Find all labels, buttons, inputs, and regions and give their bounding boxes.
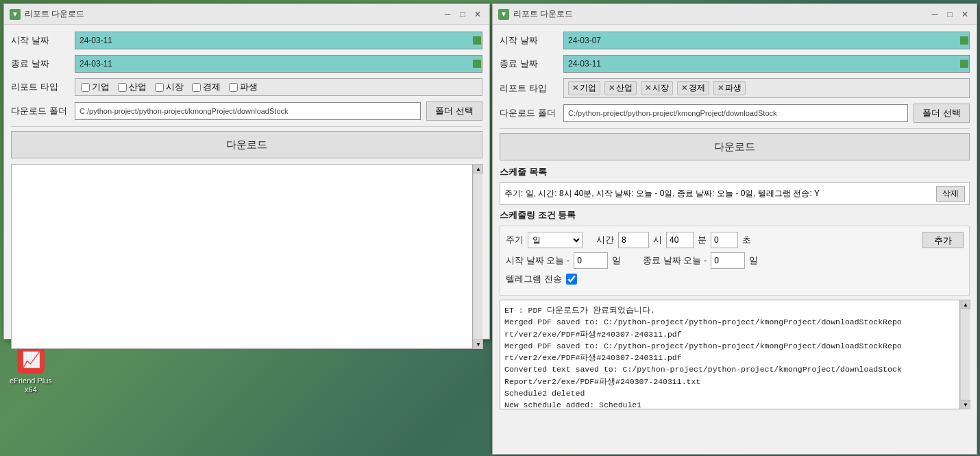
scrollbar-left[interactable]: ▲ ▼ (473, 164, 482, 349)
window-left-content: 시작 날짜 종료 날짜 리포트 타입 기업 산업 시장 경제 파생 (4, 25, 489, 356)
titlebar-right: ▼ 리포트 다운로드 ─ □ ✕ (493, 4, 977, 25)
maximize-btn-right[interactable]: □ (944, 8, 956, 21)
start-date-indicator-r (960, 36, 968, 45)
schedule-form-title: 스케줄링 조건 등록 (500, 209, 970, 221)
report-type-row-r: 리포트 타입 ✕ 기업 ✕ 산업 ✕ 시장 ✕ 경제 ✕ 파생 (500, 78, 970, 98)
scroll-down-right[interactable]: ▼ (961, 400, 970, 409)
folder-label-r: 다운로드 폴더 (500, 107, 558, 119)
sch-period-label: 주기 (506, 234, 524, 246)
end-date-wrapper (75, 55, 482, 73)
sch-row-1: 주기 일 시간 시 분 초 추가 (506, 232, 964, 248)
start-date-input[interactable] (75, 32, 482, 49)
app-icon-right: ▼ (498, 9, 509, 20)
cb-시장[interactable]: 시장 (155, 81, 184, 93)
report-type-label: 리포트 타입 (11, 81, 69, 93)
tag-x-기업[interactable]: ✕ (572, 84, 578, 93)
window-title-left: 리포트 다운로드 (25, 8, 84, 20)
close-btn-right[interactable]: ✕ (959, 8, 971, 21)
start-date-row: 시작 날짜 (11, 32, 482, 49)
tag-시장: ✕ 시장 (641, 81, 673, 95)
cb-기업-input[interactable] (81, 83, 90, 92)
sch-start-input[interactable] (574, 252, 608, 269)
end-date-indicator (473, 60, 481, 68)
sch-hour-unit: 시 (653, 234, 662, 246)
sch-row-2: 시작 날짜 오늘 - 일 종료 날짜 오늘 - 일 (506, 252, 964, 269)
download-btn-left[interactable]: 다운로드 (11, 131, 482, 158)
minimize-btn-right[interactable]: ─ (929, 8, 941, 21)
tag-x-경제[interactable]: ✕ (681, 84, 687, 93)
tag-산업: ✕ 산업 (604, 81, 637, 95)
folder-row-r: 다운로드 폴더 폴더 선택 (500, 104, 970, 123)
cb-파생-input[interactable] (229, 83, 238, 92)
scrollbar-right[interactable]: ▲ ▼ (960, 300, 970, 409)
end-date-indicator-r (960, 60, 968, 68)
output-area[interactable]: ET : PDF 다운로드가 완료되었습니다. Merged PDF saved… (500, 300, 960, 409)
start-date-row-r: 시작 날짜 (500, 32, 970, 49)
folder-select-btn-r[interactable]: 폴더 선택 (914, 104, 970, 123)
add-schedule-btn[interactable]: 추가 (922, 232, 964, 248)
folder-path-input-r[interactable] (563, 104, 908, 122)
cb-산업[interactable]: 산업 (118, 81, 147, 93)
sch-min-input[interactable] (666, 232, 694, 248)
close-btn-left[interactable]: ✕ (471, 8, 484, 21)
delete-schedule-btn[interactable]: 삭제 (936, 186, 965, 202)
tag-파생: ✕ 파생 (713, 81, 746, 95)
efriend-label: eFriend Plusx64 (10, 376, 52, 394)
minimize-btn-left[interactable]: ─ (441, 8, 454, 21)
sch-start-label: 시작 날짜 오늘 - (506, 254, 569, 267)
end-date-wrapper-r (563, 55, 970, 73)
output-line-2: Merged PDF saved to: C:/python-project/p… (504, 316, 955, 328)
tag-x-시장[interactable]: ✕ (645, 84, 651, 93)
sch-min-unit: 분 (698, 234, 707, 246)
sch-sec-unit: 초 (742, 234, 751, 246)
titlebar-left: ▼ 리포트 다운로드 ─ □ ✕ (4, 4, 489, 25)
cb-파생[interactable]: 파생 (229, 81, 258, 93)
sch-end-input[interactable] (711, 252, 745, 269)
end-date-input[interactable] (75, 55, 482, 73)
start-date-wrapper (75, 32, 482, 49)
tag-경제: ✕ 경제 (677, 81, 709, 95)
divider-1 (11, 126, 482, 127)
start-date-indicator (473, 36, 481, 45)
start-date-input-r[interactable] (563, 32, 970, 49)
folder-label: 다운로드 폴더 (11, 105, 69, 117)
schedule-form: 주기 일 시간 시 분 초 추가 시작 날짜 오늘 - 일 종료 (500, 226, 970, 296)
sch-period-select[interactable]: 일 (528, 232, 583, 248)
output-line-8: Schedule2 deleted (504, 387, 955, 399)
cb-경제[interactable]: 경제 (192, 81, 221, 93)
folder-select-btn[interactable]: 폴더 선택 (426, 101, 482, 121)
start-date-label-r: 시작 날짜 (500, 34, 558, 47)
end-date-row-r: 종료 날짜 (500, 55, 970, 73)
sch-hour-input[interactable] (618, 232, 649, 248)
scroll-down-left[interactable]: ▼ (474, 339, 483, 349)
cb-기업[interactable]: 기업 (81, 81, 110, 93)
cb-산업-input[interactable] (118, 83, 127, 92)
log-container: ▲ ▼ (11, 164, 482, 349)
sch-end-label: 종료 날짜 오늘 - (643, 254, 707, 267)
sch-telegram-checkbox[interactable] (566, 274, 577, 285)
window-left: ▼ 리포트 다운로드 ─ □ ✕ 시작 날짜 종료 날짜 (3, 3, 490, 339)
scroll-up-left[interactable]: ▲ (474, 164, 483, 173)
cb-시장-input[interactable] (155, 83, 164, 92)
scroll-up-right[interactable]: ▲ (961, 300, 970, 309)
sch-telegram-label: 텔레그램 전송 (506, 273, 562, 285)
tag-x-파생[interactable]: ✕ (718, 84, 724, 93)
output-line-9: New schedule added: Schedule1 (504, 399, 955, 409)
end-date-row: 종료 날짜 (11, 55, 482, 73)
schedule-item: 주기: 일, 시간: 8시 40분, 시작 날짜: 오늘 - 0일, 종료 날짜… (500, 182, 970, 205)
folder-path-input[interactable] (75, 102, 421, 120)
end-date-label-r: 종료 날짜 (500, 58, 558, 70)
report-type-label-r: 리포트 타입 (500, 82, 558, 95)
log-area-left[interactable] (11, 164, 473, 349)
end-date-input-r[interactable] (563, 55, 970, 73)
divider-r (500, 128, 970, 129)
cb-경제-input[interactable] (192, 83, 201, 92)
maximize-btn-left[interactable]: □ (456, 8, 469, 21)
output-line-7: Report/ver2/exe/PDF#파생#240307-240311.txt (504, 376, 955, 387)
sch-start-unit: 일 (612, 254, 621, 267)
sch-sec-input[interactable] (711, 232, 738, 248)
output-line-4: Merged PDF saved to: C:/python-project/p… (504, 340, 955, 352)
tag-x-산업[interactable]: ✕ (609, 84, 615, 93)
download-btn-right[interactable]: 다운로드 (500, 133, 970, 160)
scroll-track-right (961, 309, 970, 400)
